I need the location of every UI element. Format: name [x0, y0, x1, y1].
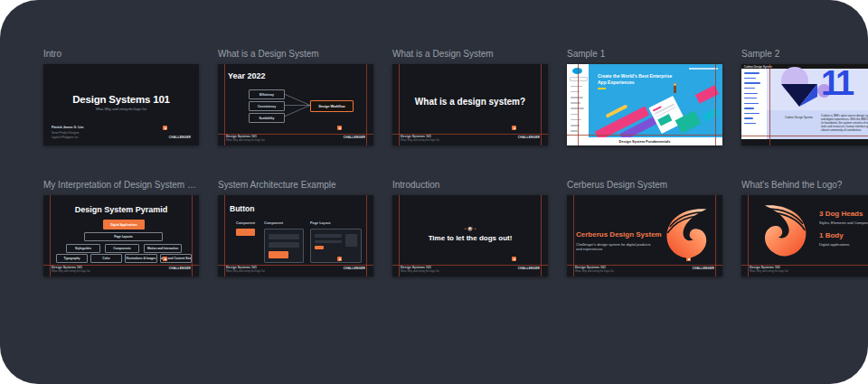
- slide-thumbnail-cerberus[interactable]: Cerberus Design System Challenger's desi…: [567, 195, 722, 276]
- slide-label: Sample 1: [567, 49, 722, 60]
- node-scalability: Scalability: [249, 113, 285, 123]
- slide-label: What's Behind the Logo?: [741, 180, 868, 191]
- brand-name: CHALLENGER: [344, 136, 365, 139]
- footer-subtitle: What, Why, and Letting the Dogs Out: [226, 139, 265, 142]
- slide-footer: Design Systems 101 What, Why, and Lettin…: [52, 266, 90, 273]
- component-button-swatch: [236, 229, 255, 236]
- sample1-headline-line1: Create the World's Best Enterprise: [598, 73, 672, 80]
- slide-title: Cerberus Design System: [576, 230, 662, 239]
- node-efficiency: Efficiency: [249, 89, 285, 99]
- pyramid-tier4-typography: Typography: [56, 254, 88, 263]
- author-name: Patrick James G. Lim: [52, 126, 83, 129]
- node-consistency: Consistency: [249, 101, 285, 111]
- brand-name: CHALLENGER: [518, 267, 540, 270]
- slide-thumbnail-sample-2[interactable]: Carbon Design System 11 Carbon Design Sy…: [741, 64, 868, 145]
- margin-guide-left: [769, 64, 770, 145]
- slide-thumbnail-question[interactable]: What is a design system? Design Systems …: [392, 64, 548, 145]
- carbon-sidebar: [741, 69, 767, 139]
- dog-emoji: • 🐶 •: [392, 226, 548, 231]
- deck-cell-cerberus: Cerberus Design System Cerberus Design S…: [567, 180, 722, 276]
- slide-title: What is a design system?: [392, 97, 548, 107]
- iso-chip-cyan-right: [702, 108, 720, 121]
- footer-subtitle: What, Why, and Letting the Dogs Out: [401, 270, 439, 273]
- slide-label: Intro: [43, 49, 199, 60]
- slide-label: My Interpretation of Design System Struc…: [43, 180, 199, 191]
- challenger-logo: CHALLENGER: [163, 257, 191, 273]
- component-card: [264, 229, 304, 263]
- pyramid-tier3-motion: Motion and Interaction: [144, 244, 182, 253]
- deck-cell-question: What is a Design System What is a design…: [392, 49, 548, 145]
- cerberus-flame-logo: [661, 206, 712, 262]
- point2-sub: Digital applications: [819, 242, 849, 247]
- author-role: Senior Product Designer: [52, 131, 79, 135]
- sample1-headline: Create the World's Best Enterprise App E…: [598, 73, 672, 85]
- challenger-logo: CHALLENGER: [512, 257, 540, 273]
- slide-footer: Design Systems 101 What, Why, and Lettin…: [401, 266, 439, 273]
- slide-title: Button: [230, 204, 254, 213]
- challenger-icon: [512, 257, 516, 261]
- deck-cell-behind-logo: What's Behind the Logo? 3 Dog Heads Styl…: [741, 180, 868, 276]
- slide-thumbnail-pyramid[interactable]: Design System Pyramid Digital Applicatio…: [43, 195, 199, 276]
- slide-subtitle: What, Why, and Letting the Dogs Out: [43, 108, 199, 111]
- cerberus-flame-logo: [760, 202, 812, 260]
- slide-footer: Design Systems 101 What, Why, and Lettin…: [750, 266, 788, 273]
- slide-thumbnail-behind-logo[interactable]: 3 Dog Heads Styles, Elements and Compone…: [741, 195, 868, 276]
- slide-label: Sample 2: [741, 49, 868, 60]
- slide-thumbnail-architecture[interactable]: Button Component Component Page Layout D…: [218, 195, 373, 276]
- brand-name: CHALLENGER: [344, 267, 365, 270]
- headline-underline: [598, 88, 606, 89]
- footer-subtitle: What, Why, and Letting the Dogs Out: [750, 270, 788, 273]
- challenger-logo: CHALLENGER: [337, 257, 365, 273]
- slide-label: Cerberus Design System: [567, 180, 722, 191]
- challenger-icon: [512, 126, 516, 130]
- slide-title: Time to let the dogs out!: [392, 234, 548, 242]
- pyramid-tier1: Digital Applications: [103, 220, 145, 229]
- margin-guide-left: [578, 64, 579, 145]
- pyramid-tier2: Page Layouts: [84, 232, 163, 241]
- challenger-logo: CHALLENGER: [337, 126, 365, 142]
- sample1-headline-line2: App Experiences: [598, 80, 672, 86]
- slide-footer: Design Systems 101 What, Why, and Lettin…: [226, 266, 265, 273]
- challenger-icon: [163, 257, 167, 261]
- top-nav-bar: [689, 68, 718, 70]
- slide-label: Introduction: [392, 180, 548, 191]
- slide-subtitle: Challenger's design system for digital p…: [576, 242, 651, 251]
- author-org: Logitech Philippines Inc.: [52, 136, 79, 139]
- sample1-bottom-strip: Design System Fundamentals: [567, 137, 722, 145]
- challenger-logo: CHALLENGER: [686, 257, 714, 273]
- brand-name: CHALLENGER: [169, 136, 191, 139]
- point2-title: 1 Body: [819, 231, 844, 239]
- deck-cell-intro: Intro Design Systems 101 What, Why, and …: [43, 49, 199, 145]
- subtitle-line2: and experiences: [576, 247, 651, 251]
- carbon-paragraph: Carbon is IBM's open source design syste…: [821, 114, 868, 132]
- slide-footer: Design Systems 101 What, Why, and Lettin…: [575, 266, 614, 273]
- challenger-icon: [163, 126, 167, 130]
- deck-cell-introduction: Introduction • 🐶 • Time to let the dogs …: [392, 180, 548, 276]
- slide-thumbnail-intro[interactable]: Design Systems 101 What, Why, and Lettin…: [43, 64, 199, 145]
- deck-cell-year-2022: What is a Design System Year 2022 Effici…: [218, 49, 373, 145]
- node-design-workflow: Design Workflow: [310, 100, 354, 112]
- pyramid-tier3-styleguides: Styleguides: [66, 244, 100, 253]
- slide-thumbnail-sample-1[interactable]: Create the World's Best Enterprise App E…: [567, 64, 722, 145]
- point1-title: 3 Dog Heads: [819, 210, 863, 218]
- carbon-caption-label: Carbon Design System: [785, 116, 813, 119]
- brand-name: CHALLENGER: [693, 267, 714, 270]
- slide-label: System Architecture Example: [218, 180, 373, 191]
- carbon-bottom-strip: [741, 139, 868, 145]
- margin-guide-right: [715, 64, 716, 145]
- slide-title: Design Systems 101: [43, 94, 199, 105]
- margin-guide-bottom: [741, 136, 868, 136]
- brand-name: CHALLENGER: [169, 267, 191, 270]
- slide-title: Design System Pyramid: [43, 205, 199, 214]
- slide-label: What is a Design System: [218, 49, 373, 60]
- iso-figure: [674, 86, 676, 93]
- slide-thumbnail-introduction[interactable]: • 🐶 • Time to let the dogs out! Design S…: [392, 195, 548, 276]
- footer-subtitle: What, Why, and Letting the Dogs Out: [52, 270, 90, 273]
- challenger-logo: CHALLENGER: [163, 126, 191, 142]
- sample1-caption: Design System Fundamentals: [619, 139, 671, 144]
- iso-figure-head: [674, 83, 677, 86]
- deck-cell-sample-2: Sample 2 Carbon Design System 11 Carbon …: [741, 49, 868, 145]
- sidebar-search-box: [570, 77, 588, 81]
- slide-thumbnail-year-2022[interactable]: Year 2022 Efficiency Consistency Scalabi…: [218, 64, 373, 145]
- margin-guide-bottom: [567, 135, 722, 136]
